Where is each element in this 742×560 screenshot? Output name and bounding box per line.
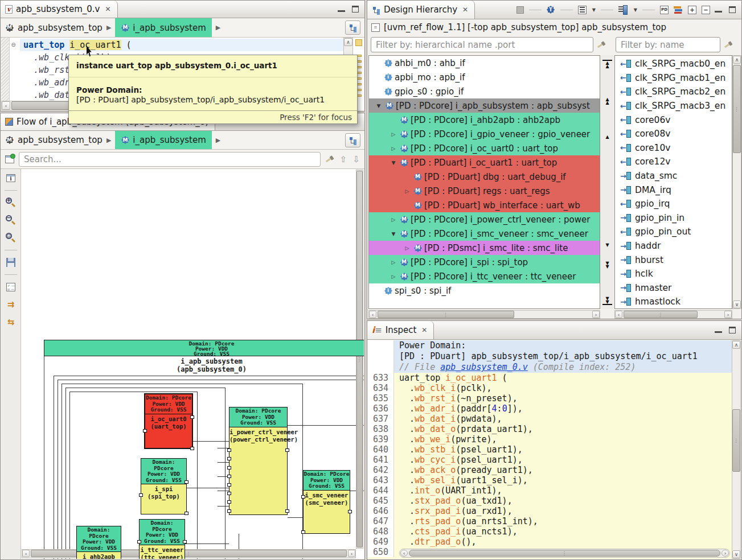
breadcrumb-current[interactable]: M i_apb_subsystem <box>115 131 211 149</box>
search-input[interactable] <box>19 152 321 167</box>
pin-view-icon[interactable] <box>5 155 14 163</box>
tree-row[interactable]: ▷M[PD : PDsmc] i_smc_lite : smc_lite <box>369 241 600 255</box>
list-menu-icon[interactable] <box>578 6 587 14</box>
inspect-code-line[interactable]: 638 .wb_dat_o(prdata_uart1), <box>368 424 732 434</box>
tree-row[interactable]: iahbi_m0 : ahb_if <box>369 56 600 70</box>
signal-item[interactable]: → DMA_irq <box>615 183 732 197</box>
prev-match-icon[interactable]: ⇧ <box>340 154 347 164</box>
power-domain-diagram[interactable]: Domain: PDcorePower: VDDGround: VSSi_apb… <box>21 169 364 559</box>
instance-block-i_smc_veneer[interactable]: Domain: PDcorePower: VDDGround: VSS i_sm… <box>303 470 350 534</box>
sort-columns-icon[interactable] <box>618 5 628 14</box>
row-up-button[interactable]: ▲ <box>602 135 612 139</box>
scroll-up-button[interactable]: ∧ <box>344 38 352 46</box>
expand-all-icon[interactable]: + <box>688 6 696 14</box>
inspect-vscrollbar[interactable]: ∧ ∨ <box>732 340 741 559</box>
scroll-left-button[interactable]: ‹ <box>2 101 10 110</box>
scroll-right-button[interactable]: › <box>724 311 732 318</box>
signal-item[interactable]: ← clk_SRPG_macb2_en <box>615 85 732 99</box>
scroll-left-button[interactable]: ‹ <box>615 311 622 318</box>
scroll-down-button[interactable]: ∨ <box>733 300 741 308</box>
scroll-thumb[interactable] <box>378 311 514 318</box>
signal-item[interactable]: → hburst <box>615 253 732 267</box>
tree-hscrollbar[interactable]: ‹ › <box>368 310 600 319</box>
tab-inspect[interactable]: i≡ Inspect ✕ <box>367 321 434 339</box>
scroll-down-button[interactable]: ∨ <box>732 550 740 558</box>
refresh-icon[interactable]: ⇆ <box>4 315 18 329</box>
inspect-code-line[interactable]: 635 .wb_rst_i(~n_preset), <box>368 393 732 403</box>
tree-row[interactable]: ispi_s0 : spi_if <box>369 283 600 298</box>
pd-chip-icon[interactable]: PD <box>660 6 669 14</box>
inspect-code-line[interactable]: 639 .wb_we_i(pwrite), <box>368 434 732 444</box>
layers-icon[interactable] <box>674 6 683 14</box>
close-icon[interactable]: ✕ <box>421 326 427 334</box>
inspect-code-line[interactable]: 643 .wb_sel_i(uart1_sel_i), <box>368 475 732 485</box>
maximize-icon[interactable] <box>352 6 359 13</box>
flow-hscrollbar[interactable]: ‹ › <box>22 549 356 558</box>
inspect-code-line[interactable]: 644 .int_o(UART_int1), <box>368 485 732 496</box>
zoom-fit-icon[interactable]: ▫ <box>4 231 18 245</box>
page-down-button[interactable]: ▼▼ <box>602 261 612 269</box>
expanded-arrow-icon[interactable]: ▼ <box>390 231 397 237</box>
scroll-thumb[interactable] <box>732 409 740 472</box>
stop-icon[interactable] <box>516 6 524 14</box>
instance-block-i_ttc_veneer[interactable]: Domain: PDcorePower: VDDGround: VSS i_tt… <box>139 519 185 559</box>
signal-item[interactable]: ← clk_SRPG_macb1_en <box>615 71 732 85</box>
collapsed-arrow-icon[interactable]: ▷ <box>390 217 397 223</box>
instance-block-i_spi[interactable]: Domain: PDcorePower: VDDGround: VSS i_sp… <box>141 458 187 514</box>
save-icon[interactable] <box>4 256 18 269</box>
inspect-code-line[interactable]: 642 .wb_ack_o(pready_uart1), <box>368 465 732 475</box>
minimize-icon[interactable] <box>715 7 722 13</box>
instance-block-i_power_ctrl_veneer[interactable]: Domain: PDcorePower: VDDGround: VSS i_po… <box>229 407 288 515</box>
tree-row[interactable]: ▷M[PD : PDcore] i_spi : spi_top <box>369 255 600 269</box>
signal-item[interactable]: ← core10v <box>615 141 732 155</box>
scroll-right-button[interactable]: › <box>721 550 729 557</box>
maximize-icon[interactable] <box>729 6 736 13</box>
collapsed-arrow-icon[interactable]: ▷ <box>390 146 397 151</box>
code-line[interactable]: ⊖uart_top i_oc_uart1 ( <box>20 39 343 51</box>
inspect-code-line[interactable]: 647 .rts_pad_o(ua_nrts1_int), <box>368 516 732 526</box>
scroll-thumb[interactable] <box>409 550 720 557</box>
tree-row[interactable]: M[PD : PDuart] wb_interface : uart_wb <box>369 198 600 212</box>
scroll-thumb[interactable] <box>733 65 741 153</box>
preferences-icon[interactable] <box>4 280 18 294</box>
tree-row[interactable]: iapbi_mo : apb_if <box>369 70 600 84</box>
signal-item[interactable]: → haddr <box>615 239 732 253</box>
scroll-right-button[interactable]: › <box>592 311 600 318</box>
scroll-left-button[interactable]: ‹ <box>400 550 408 557</box>
collapsed-arrow-icon[interactable]: ▷ <box>390 274 397 279</box>
scroll-up-button[interactable]: ∧ <box>733 56 741 64</box>
scroll-left-button[interactable]: ‹ <box>369 311 376 318</box>
scroll-first-button[interactable]: ▲▲ <box>602 60 612 68</box>
collapsed-arrow-icon[interactable]: ▷ <box>390 260 397 265</box>
hierarchy-view-button[interactable] <box>345 133 360 147</box>
breadcrumb-root[interactable]: apb_subsystem_top <box>18 23 103 33</box>
tree-row[interactable]: ▼M[PD : PDcore] i_smc_veneer : smc_venee… <box>369 227 600 241</box>
hierarchy-tree[interactable]: iahbi_m0 : ahb_ifiapbi_mo : apb_ifigpio_… <box>368 55 600 309</box>
module-filter-icon[interactable]: T <box>547 6 555 14</box>
signal-item[interactable]: ← core08v <box>615 127 732 141</box>
inspect-code-line[interactable]: 640 .wb_stb_i(psel_uart1), <box>368 444 732 455</box>
expanded-arrow-icon[interactable]: ▼ <box>390 160 397 166</box>
scroll-thumb[interactable] <box>624 311 698 318</box>
breadcrumb-current[interactable]: M i_apb_subsystem <box>115 18 211 37</box>
scroll-left-button[interactable]: ‹ <box>22 550 30 557</box>
minimize-icon[interactable] <box>715 327 722 333</box>
minimize-icon[interactable] <box>338 6 345 12</box>
signal-item[interactable]: ← clk_SRPG_macb3_en <box>615 99 732 113</box>
instance-block-i_ahb2apb[interactable]: Domain: PDcorePower: VDDGround: VSS i_ah… <box>76 526 121 559</box>
tree-row[interactable]: ▷M[PD : PDcore] i_gpio_veneer : gpio_ven… <box>369 127 600 141</box>
signal-item[interactable]: → hmastlock <box>615 295 732 309</box>
breadcrumb-root[interactable]: apb_subsystem_top <box>18 135 103 145</box>
fold-minus-icon[interactable]: ⊖ <box>11 39 16 51</box>
tab-design-hierarchy[interactable]: Design Hierarchy ✕ <box>367 1 475 19</box>
tree-row[interactable]: ▼M[PD : PDcore] i_apb_subsystem : apb_su… <box>369 98 600 113</box>
collapsed-arrow-icon[interactable]: ▷ <box>403 188 411 194</box>
ports-vscrollbar[interactable]: ∧ ∨ <box>732 55 741 309</box>
inspect-code-line[interactable]: 633uart_top i_oc_uart1 ( <box>368 373 732 383</box>
inspect-code-line[interactable]: 641 .wb_cyc_i(psel_uart1), <box>368 455 732 465</box>
signal-item[interactable]: ← gpio_pin_out <box>615 225 732 239</box>
page-up-button[interactable]: ▲▲ <box>602 97 612 105</box>
signal-item[interactable]: ← gpio_irq <box>615 197 732 211</box>
file-link[interactable]: apb_subsystem_0.v <box>440 362 528 372</box>
port-list[interactable]: ← clk_SRPG_macb0_en ← clk_SRPG_macb1_en … <box>614 55 732 309</box>
